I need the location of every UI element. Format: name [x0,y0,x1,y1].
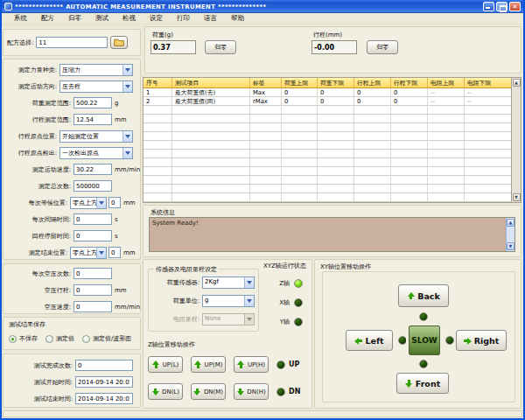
table-row-empty[interactable] [144,150,521,158]
table-row-empty[interactable] [144,167,521,176]
table-header-stroke-lower[interactable]: 行程下限 [391,78,428,88]
save-option-label[interactable]: 不保存 [19,334,38,343]
param-motion-direction-select[interactable]: 压去程 [60,80,133,93]
param-label: 行程测定范围: [32,116,71,124]
chevron-down-icon[interactable] [244,296,254,306]
param-origin-detect-select[interactable]: 一次检出原点 [60,147,133,159]
table-row-empty[interactable] [144,158,521,167]
table-row-empty[interactable] [144,141,521,150]
chevron-down-icon[interactable] [122,65,132,75]
param-speed-input[interactable] [74,164,112,175]
param-interval-time-input[interactable] [74,214,112,225]
dn-high-button[interactable]: DN(H) [234,383,269,400]
empty-cell [318,193,354,202]
result-start-time-input[interactable] [75,376,133,388]
empty-cell [318,185,354,193]
open-recipe-button[interactable] [110,36,128,49]
result-end-time-input[interactable] [75,393,133,404]
save-option-label[interactable]: 测定值/波形图 [93,334,131,343]
menu-item-language[interactable]: 语言 [197,14,224,23]
param-end-position-select[interactable]: 零点上方 [70,247,107,259]
table-header-stroke-upper[interactable]: 行程上限 [354,78,391,88]
table-row-empty[interactable] [144,185,521,193]
menu-item-system[interactable]: 系统 [7,14,34,23]
chevron-down-icon[interactable] [122,148,132,158]
table-row-empty[interactable] [144,123,521,132]
menu-item-print[interactable]: 打印 [170,14,197,23]
table-header-index[interactable]: 序号 [144,78,172,88]
up-low-button[interactable]: UP(L) [148,356,183,373]
back-button[interactable]: Back [398,284,449,307]
param-wait-position-select[interactable]: 零点上方 [70,197,107,209]
empty-cell [250,132,282,141]
save-option-none-radio[interactable] [9,335,17,343]
menu-item-inspect[interactable]: 检视 [116,14,143,23]
scroll-down-icon[interactable]: ▼ [507,242,514,250]
chevron-down-icon[interactable] [122,81,132,92]
menu-item-test[interactable]: 测试 [88,14,116,23]
chevron-down-icon[interactable] [122,131,132,142]
load-zero-button[interactable]: 归零 [205,40,236,54]
table-row-empty[interactable] [144,193,521,202]
left-button[interactable]: Left [346,330,393,351]
scroll-up-icon[interactable]: ▲ [513,79,521,87]
system-info-panel: 系统信息 System Ready! ▲ ▼ [143,205,522,257]
dn-low-button[interactable]: DN(L) [148,383,183,400]
chevron-down-icon[interactable] [244,277,254,288]
table-row[interactable]: 2 最大荷重值(回) rMax 0 0 0 0 -- -- [144,97,521,106]
empty-cell [250,150,282,158]
load-unit-select[interactable]: g [202,295,255,307]
save-option-value-radio[interactable] [46,335,53,343]
table-row-empty[interactable] [144,132,521,141]
scroll-down-icon[interactable]: ▼ [513,193,521,201]
menu-item-help[interactable]: 帮助 [224,14,251,23]
maximize-icon[interactable] [496,2,508,11]
param-end-offset-input[interactable] [108,247,121,258]
save-option-waveform-radio[interactable] [82,335,90,343]
recipe-select-input[interactable] [36,37,108,48]
save-option-label[interactable]: 测定值 [56,334,74,343]
param-origin-position-select[interactable]: 开始测定位置 [60,130,133,143]
cell-res-upper: -- [428,88,465,97]
menu-item-zero[interactable]: 归零 [61,14,88,23]
scroll-up-icon[interactable]: ▲ [507,219,514,227]
param-load-range-input[interactable] [74,97,112,108]
param-return-dwell-input[interactable] [74,230,112,242]
param-wait-offset-input[interactable] [108,197,121,208]
right-button[interactable]: Right [456,330,507,351]
air-count-input[interactable] [74,268,112,279]
table-row-empty[interactable] [144,106,521,115]
front-button[interactable]: Front [396,373,449,394]
up-high-button[interactable]: UP(H) [234,356,269,373]
close-icon[interactable]: ✕ [509,2,521,11]
param-force-type-select[interactable]: 压缩力 [60,64,133,76]
param-stroke-range-input[interactable] [74,114,112,125]
system-info-textarea[interactable]: System Ready! ▲ ▼ [149,217,515,252]
slow-button[interactable]: SLOW [409,326,440,355]
table-header-item[interactable]: 测试项目 [172,78,250,88]
menu-item-settings[interactable]: 设定 [143,14,170,23]
table-row-empty[interactable] [144,115,521,123]
table-header-load-lower[interactable]: 荷重下限 [318,78,354,88]
param-total-count-input[interactable] [74,180,112,192]
up-mid-button[interactable]: UP(M) [191,356,226,373]
table-scrollbar[interactable]: ▲ ▼ [511,78,521,202]
chevron-down-icon[interactable] [96,198,106,208]
stroke-zero-button[interactable]: 归零 [367,40,398,54]
menu-item-recipe[interactable]: 配方 [34,14,61,23]
table-row[interactable]: 1 最大荷重值(去) Max 0 0 0 0 -- -- [144,88,521,97]
result-count-input[interactable] [75,360,133,371]
minimize-icon[interactable] [483,2,494,11]
table-header-tag[interactable]: 标签 [250,78,282,88]
system-info-scrollbar[interactable]: ▲ ▼ [506,218,514,251]
chevron-down-icon[interactable] [96,248,106,258]
system-info-message: System Ready! [152,220,199,227]
air-speed-input[interactable] [74,301,112,312]
table-header-load-upper[interactable]: 荷重上限 [282,78,318,88]
dn-mid-button[interactable]: DN(M) [191,383,226,400]
table-header-res-upper[interactable]: 电阻上限 [428,78,465,88]
table-row-empty[interactable] [144,176,521,185]
load-sensor-select[interactable]: 2Kgf [202,276,255,289]
title-bar[interactable]: ************** AUTOMATIC MEASUREMENT INS… [2,0,523,13]
air-stroke-input[interactable] [74,284,112,296]
